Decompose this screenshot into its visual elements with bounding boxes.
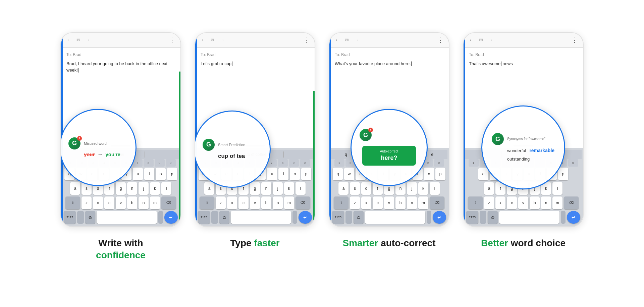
key-u[interactable]: u <box>133 168 143 180</box>
key-n[interactable]: n <box>139 196 149 209</box>
correct-word: you're <box>106 151 120 157</box>
key-space[interactable] <box>97 211 157 224</box>
key-b[interactable]: b <box>127 196 137 209</box>
phone-wrapper-3: ← ✉ → ⋮ To: Brad What's your favorite pl… <box>327 32 451 249</box>
grammarly-circle-4: G Synonyms for "awesome" wonderful remar… <box>481 105 565 189</box>
more-icon-4[interactable]: ⋮ <box>572 36 578 44</box>
more-icon-2[interactable]: ⋮ <box>303 36 309 44</box>
phone-wrapper-4: ← ✉ → ⋮ To: Brad That's awesome news <box>461 32 585 249</box>
back-arrow-icon[interactable]: ← <box>66 37 72 43</box>
misused-word-row: your → you're <box>84 151 120 158</box>
key-emoji[interactable]: ☺ <box>85 211 95 224</box>
synonym-2-highlighted[interactable]: remarkable <box>529 148 554 153</box>
top-bar-1: ← ✉ → ⋮ <box>61 33 180 48</box>
autocorrect-button[interactable]: Auto-correct here? <box>362 146 416 166</box>
grammarly-logo-2: G <box>203 139 215 151</box>
sug-3[interactable] <box>162 154 168 155</box>
email-icon-4: ✉ <box>479 37 483 43</box>
label-green-1: confidence <box>96 250 146 260</box>
email-icon-2: ✉ <box>211 37 215 43</box>
key-i[interactable]: i <box>144 168 154 180</box>
email-icon-3: ✉ <box>345 37 349 43</box>
phone-wrapper-2: ← ✉ → ⋮ To: Brad Let's grab a cup <box>193 32 317 249</box>
synonyms-for-label: Synonyms for "awesome" <box>507 137 545 141</box>
key-m[interactable]: m <box>150 196 160 209</box>
main-container: ← ✉ → ⋮ To: Brad Brad, I heard your goin… <box>0 26 644 282</box>
back-arrow-icon-3[interactable]: ← <box>335 37 340 43</box>
key-enter-3[interactable]: ↵ <box>433 211 446 224</box>
key-p[interactable]: p <box>167 168 177 180</box>
back-arrow-icon-4[interactable]: ← <box>469 37 474 43</box>
forward-arrow-icon-3: → <box>354 37 359 43</box>
phone-wrapper-1: ← ✉ → ⋮ To: Brad Brad, I heard your goin… <box>59 32 183 262</box>
sug-2-3[interactable] <box>298 154 304 155</box>
key-z[interactable]: z <box>82 196 92 209</box>
label-text-2: Type faster <box>193 237 317 249</box>
key-x[interactable]: x <box>93 196 103 209</box>
email-body-4: That's awesome news <box>469 60 578 67</box>
label-green-4: Better <box>481 238 511 248</box>
key-j[interactable]: j <box>139 182 149 195</box>
label-text-1: Write with confidence <box>59 237 183 262</box>
key-shift[interactable]: ⇧ <box>65 196 80 209</box>
label-block-3: Smarter auto-correct <box>327 237 451 249</box>
key-o[interactable]: o <box>156 168 166 180</box>
key-v[interactable]: v <box>116 196 126 209</box>
grammarly-circle-3: G 1 Auto-correct here? <box>351 109 428 186</box>
label-block-1: Write with confidence <box>59 237 183 262</box>
synonyms-row: wonderful remarkable outstanding <box>507 148 555 162</box>
key-backspace[interactable]: ⌫ <box>161 196 176 209</box>
more-icon[interactable]: ⋮ <box>169 36 175 44</box>
phone-2: ← ✉ → ⋮ To: Brad Let's grab a cup <box>195 32 315 227</box>
forward-arrow-icon: → <box>85 37 91 43</box>
top-bar-2: ← ✉ → ⋮ <box>195 33 315 48</box>
label-green-2: faster <box>254 238 279 248</box>
key-c[interactable]: c <box>104 196 114 209</box>
key-a[interactable]: a <box>70 182 80 195</box>
email-body-2: Let's grab a cup <box>201 60 309 67</box>
phones-row: ← ✉ → ⋮ To: Brad Brad, I heard your goin… <box>59 32 585 262</box>
to-line-2: To: Brad <box>201 52 309 57</box>
sug-3-1[interactable]: q <box>342 151 350 158</box>
to-line-1: To: Brad <box>66 52 175 57</box>
wrong-word: your <box>84 151 95 157</box>
label-green-3: Smarter <box>343 238 381 248</box>
notification-badge-1: 1 <box>77 136 82 141</box>
key-enter[interactable]: ↵ <box>164 211 178 224</box>
arrow-icon: → <box>98 151 103 158</box>
grammarly-logo-3: G 1 <box>360 129 372 141</box>
label-block-4: Better word choice <box>461 237 585 249</box>
key-l[interactable]: l <box>161 182 171 195</box>
key-enter-2[interactable]: ↵ <box>299 211 312 224</box>
to-line-4: To: Brad <box>469 52 578 57</box>
notification-badge-3: 1 <box>368 128 373 132</box>
synonym-3[interactable]: outstanding <box>507 157 530 162</box>
sug-4-3[interactable] <box>564 154 570 155</box>
forward-arrow-icon-4: → <box>488 37 493 43</box>
label-black-4: word choice <box>511 238 566 248</box>
grammarly-circle-2: G Smart Prediction cup of tea <box>195 111 271 188</box>
to-line-3: To: Brad <box>335 52 443 57</box>
label-text-4: Better word choice <box>461 237 585 249</box>
phone-1: ← ✉ → ⋮ To: Brad Brad, I heard your goin… <box>60 32 181 227</box>
grammarly-circle-1: G 1 Misused word your → you're <box>60 109 137 186</box>
key-k[interactable]: k <box>150 182 160 195</box>
label-black-1: Write with <box>98 238 143 248</box>
sug-3-3[interactable]: e <box>428 151 436 158</box>
email-body-1: Brad, I heard your going to be back in t… <box>66 60 175 74</box>
email-icon: ✉ <box>76 37 80 43</box>
grammarly-logo-1: G 1 <box>68 137 80 149</box>
key-enter-4[interactable]: ↵ <box>567 211 580 224</box>
circle-label-1: Misused word <box>84 141 107 145</box>
phone-4: ← ✉ → ⋮ To: Brad That's awesome news <box>463 32 584 227</box>
label-block-2: Type faster <box>193 237 317 249</box>
key-h[interactable]: h <box>127 182 137 195</box>
phone-3: ← ✉ → ⋮ To: Brad What's your favorite pl… <box>329 32 449 227</box>
key-num[interactable]: ?123 <box>64 211 76 224</box>
forward-arrow-icon-2: → <box>219 37 225 43</box>
top-bar-4: ← ✉ → ⋮ <box>464 33 583 48</box>
more-icon-3[interactable]: ⋮ <box>437 36 443 44</box>
back-arrow-icon-2[interactable]: ← <box>201 37 206 43</box>
synonym-1[interactable]: wonderful <box>507 148 526 153</box>
key-g[interactable]: g <box>116 182 126 195</box>
